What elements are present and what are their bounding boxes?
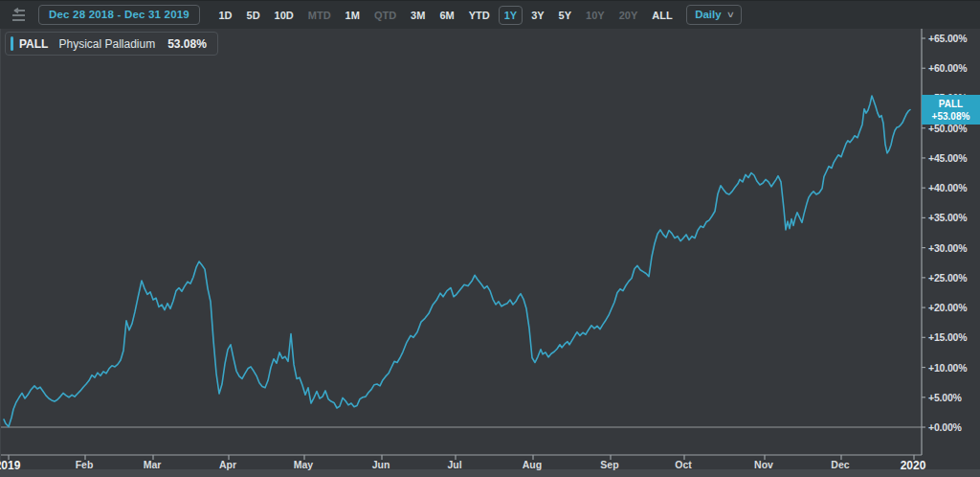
legend-change: 53.08% (167, 37, 207, 51)
period-button-1d[interactable]: 1D (212, 6, 237, 25)
interval-dropdown-value: Daily (695, 9, 722, 20)
badge-value: +53.08% (922, 110, 980, 123)
period-button-10d[interactable]: 10D (269, 6, 300, 25)
period-button-20y[interactable]: 20Y (613, 6, 644, 25)
period-button-all[interactable]: ALL (646, 6, 678, 25)
last-price-badge: PALL +53.08% (922, 95, 980, 125)
collapse-menu-button[interactable] (8, 7, 29, 24)
price-chart[interactable] (1, 29, 980, 477)
period-button-ytd[interactable]: YTD (463, 6, 496, 25)
period-button-1y[interactable]: 1Y (499, 6, 523, 25)
date-range-button[interactable]: Dec 28 2018 - Dec 31 2019 (38, 5, 200, 25)
collapse-menu-icon (11, 8, 27, 22)
period-button-6m[interactable]: 6M (434, 6, 459, 25)
legend-name: Physical Palladium (58, 37, 155, 51)
period-button-qtd[interactable]: QTD (368, 6, 402, 25)
interval-dropdown[interactable]: Daily ∨ (686, 5, 742, 25)
timeline-scrollbar[interactable] (0, 469, 980, 477)
chevron-down-icon: ∨ (725, 10, 734, 19)
period-button-3m[interactable]: 3M (405, 6, 431, 25)
period-button-5d[interactable]: 5D (241, 6, 266, 25)
period-button-1m[interactable]: 1M (340, 6, 366, 25)
period-button-5y[interactable]: 5Y (553, 6, 577, 25)
period-button-3y[interactable]: 3Y (525, 6, 549, 25)
period-button-10y[interactable]: 10Y (580, 6, 611, 25)
series-color-accent (11, 36, 13, 51)
legend-symbol: PALL (19, 37, 48, 51)
badge-symbol: PALL (922, 98, 980, 110)
toolbar: Dec 28 2018 - Dec 31 2019 1D5D10DMTD1MQT… (0, 0, 980, 29)
price-line (4, 96, 910, 426)
series-legend[interactable]: PALL Physical Palladium 53.08% (5, 32, 218, 56)
period-button-mtd[interactable]: MTD (302, 6, 337, 25)
chart-area[interactable] (0, 29, 980, 477)
period-buttons: 1D5D10DMTD1MQTD3M6MYTD1Y3Y5Y10Y20YALL (212, 6, 679, 25)
